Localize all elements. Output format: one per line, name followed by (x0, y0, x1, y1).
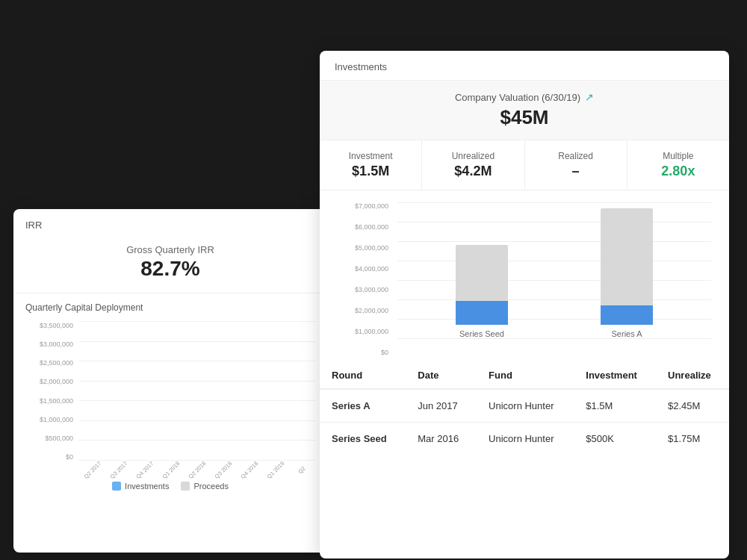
irr-gross-label: Gross Quarterly IRR (13, 244, 327, 255)
series-seed-gray-bar (456, 245, 508, 301)
irr-card-title: IRR (13, 209, 327, 237)
y-axis: $3,500,000 $3,000,000 $2,500,000 $2,000,… (25, 322, 76, 461)
table-row: Series Seed Mar 2016 Unicorn Hunter $500… (320, 423, 729, 455)
legend-investments: Investments (112, 482, 169, 491)
metric-investment: Investment $1.5M (320, 140, 422, 190)
series-seed-bar (456, 245, 508, 325)
trend-icon: ↗ (585, 91, 594, 103)
stacked-y-axis: $7,000,000 $6,000,000 $5,000,000 $4,000,… (338, 202, 394, 356)
valuation-value: $45M (335, 106, 714, 129)
irr-main-stat: Gross Quarterly IRR 82.7% (13, 237, 327, 293)
cell-unrealized: $2.45M (656, 389, 729, 423)
proceeds-legend-dot (181, 482, 190, 491)
col-date: Date (406, 362, 477, 389)
valuation-section: Company Valuation (6/30/19) ↗ $45M (320, 80, 729, 140)
bar-chart-inner: $3,500,000 $3,000,000 $2,500,000 $2,000,… (25, 322, 315, 479)
metric-realized: Realized – (525, 140, 627, 190)
irr-card: IRR Gross Quarterly IRR 82.7% Quarterly … (13, 209, 327, 553)
cell-fund: Unicorn Hunter (477, 423, 574, 455)
series-a-label: Series A (612, 329, 642, 338)
chart-grid: Series Seed Series A (397, 202, 711, 338)
investments-table: Round Date Fund Investment Unrealize Ser… (320, 362, 729, 455)
cell-round: Series A (320, 389, 406, 423)
series-seed-label: Series Seed (459, 329, 504, 338)
col-investment: Investment (574, 362, 656, 389)
col-unrealized: Unrealize (656, 362, 729, 389)
metric-unrealized: Unrealized $4.2M (422, 140, 524, 190)
table-row: Series A Jun 2017 Unicorn Hunter $1.5M $… (320, 389, 729, 423)
series-a-bar-group: Series A (572, 208, 681, 338)
invest-legend-dot (112, 482, 121, 491)
cell-investment: $500K (574, 423, 656, 455)
stacked-chart-area: $7,000,000 $6,000,000 $5,000,000 $4,000,… (320, 190, 729, 362)
metrics-row: Investment $1.5M Unrealized $4.2M Realiz… (320, 140, 729, 190)
legend-proceeds: Proceeds (181, 482, 228, 491)
metric-multiple: Multiple 2.80x (627, 140, 729, 190)
series-seed-bar-group: Series Seed (427, 245, 536, 338)
bar-chart-area: $3,500,000 $3,000,000 $2,500,000 $2,000,… (13, 322, 327, 523)
series-a-bar (601, 208, 653, 325)
cell-investment: $1.5M (574, 389, 656, 423)
legend: Investments Proceeds (25, 479, 315, 500)
irr-gross-value: 82.7% (13, 257, 327, 281)
table-header-row: Round Date Fund Investment Unrealize (320, 362, 729, 389)
series-a-blue-bar (601, 305, 653, 325)
col-fund: Fund (477, 362, 574, 389)
stacked-bars: Series Seed Series A (397, 202, 711, 338)
bars-area: Q2 2017 Q3 2017 Q4 2017 Q1 2018 Q2 2018 … (79, 322, 315, 479)
cell-date: Mar 2016 (406, 423, 477, 455)
chart-section-title: Quarterly Capital Deployment (13, 293, 327, 316)
investments-card: Investments Company Valuation (6/30/19) … (320, 51, 729, 559)
cell-unrealized: $1.75M (656, 423, 729, 455)
cell-round: Series Seed (320, 423, 406, 455)
bar-groups (79, 322, 315, 461)
series-seed-blue-bar (456, 301, 508, 325)
cell-date: Jun 2017 (406, 389, 477, 423)
x-labels: Q2 2017 Q3 2017 Q4 2017 Q1 2018 Q2 2018 … (79, 461, 315, 479)
inv-card-title: Investments (320, 51, 729, 80)
valuation-label: Company Valuation (6/30/19) ↗ (335, 91, 714, 103)
col-round: Round (320, 362, 406, 389)
cell-fund: Unicorn Hunter (477, 389, 574, 423)
series-a-gray-bar (601, 208, 653, 305)
